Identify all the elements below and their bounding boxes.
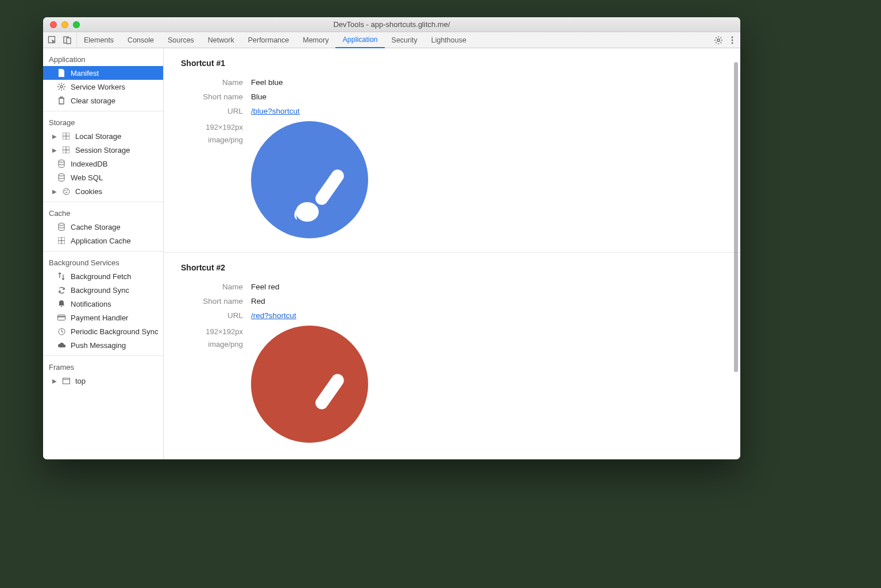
- svg-point-14: [732, 42, 733, 44]
- cloud-icon: [57, 341, 66, 350]
- devtools-tabbar: Elements Console Sources Network Perform…: [43, 32, 740, 48]
- svg-line-21: [63, 88, 64, 90]
- svg-point-34: [67, 189, 68, 191]
- tab-lighthouse[interactable]: Lighthouse: [424, 32, 473, 48]
- svg-point-13: [732, 39, 733, 41]
- sidebar-item-session-storage[interactable]: ▶ Session Storage: [43, 143, 163, 157]
- expand-arrow-icon: ▶: [52, 188, 57, 195]
- sidebar-item-payment-handler[interactable]: Payment Handler: [43, 311, 163, 324]
- sidebar-item-label: Clear storage: [71, 96, 115, 105]
- database-icon: [57, 222, 66, 231]
- svg-rect-48: [313, 372, 346, 412]
- sidebar-item-label: Application Cache: [71, 237, 131, 245]
- shortcut-icon-preview: [251, 326, 368, 443]
- tab-memory[interactable]: Memory: [296, 32, 335, 48]
- shortcut-name: Feel red: [251, 283, 280, 291]
- sidebar-item-top-frame[interactable]: ▶ top: [43, 374, 163, 388]
- sidebar-item-label: Cache Storage: [71, 223, 121, 231]
- trash-icon: [57, 96, 66, 105]
- shortcut-icon-preview: [251, 121, 368, 238]
- shortcut-heading: Shortcut #1: [181, 59, 723, 68]
- group-background-services: Background Services: [43, 255, 163, 269]
- svg-rect-44: [63, 378, 69, 384]
- tab-security[interactable]: Security: [385, 32, 424, 48]
- shortcut-section-1: Shortcut #1 NameFeel blue Short nameBlue…: [164, 48, 740, 253]
- sidebar-item-notifications[interactable]: Notifications: [43, 297, 163, 311]
- sidebar-item-label: Manifest: [71, 69, 99, 78]
- sidebar-item-label: Background Fetch: [71, 272, 132, 281]
- titlebar: DevTools - app-shortcuts.glitch.me/: [43, 17, 740, 32]
- application-sidebar: Application Manifest Service Workers Cle…: [43, 48, 164, 459]
- svg-point-33: [64, 190, 65, 191]
- svg-point-15: [60, 86, 63, 88]
- sidebar-item-label: Payment Handler: [71, 314, 128, 322]
- device-toggle-icon[interactable]: [63, 36, 72, 45]
- sidebar-item-label: Web SQL: [71, 173, 103, 182]
- svg-rect-2: [67, 38, 71, 44]
- sidebar-item-cache-storage[interactable]: Cache Storage: [43, 220, 163, 234]
- grid-icon: [61, 131, 71, 141]
- sidebar-item-background-sync[interactable]: Background Sync: [43, 283, 163, 297]
- settings-icon[interactable]: [714, 36, 723, 45]
- sidebar-item-label: top: [75, 377, 86, 385]
- shortcut-url-link[interactable]: /blue?shortcut: [251, 107, 300, 115]
- group-frames: Frames: [43, 359, 163, 374]
- inspect-icon[interactable]: [48, 36, 57, 45]
- field-label: URL: [181, 107, 251, 115]
- gear-icon: [57, 82, 66, 91]
- updown-icon: [57, 272, 66, 281]
- sidebar-item-periodic-background-sync[interactable]: Periodic Background Sync: [43, 324, 163, 338]
- grid-icon: [61, 145, 71, 154]
- database-icon: [57, 173, 66, 182]
- scrollbar[interactable]: [731, 51, 739, 457]
- sidebar-item-background-fetch[interactable]: Background Fetch: [43, 269, 163, 283]
- sidebar-item-websql[interactable]: Web SQL: [43, 171, 163, 184]
- svg-line-8: [716, 37, 717, 38]
- tab-application[interactable]: Application: [335, 32, 384, 48]
- tab-sources[interactable]: Sources: [161, 32, 201, 48]
- svg-point-12: [732, 36, 733, 38]
- sidebar-item-label: Background Sync: [71, 286, 129, 295]
- expand-arrow-icon: ▶: [52, 378, 57, 384]
- svg-line-9: [721, 42, 722, 43]
- sidebar-item-manifest[interactable]: Manifest: [43, 66, 163, 80]
- shortcut-url-link[interactable]: /red?shortcut: [251, 311, 296, 320]
- svg-line-10: [716, 42, 717, 43]
- shortcut-name: Feel blue: [251, 78, 283, 87]
- svg-point-47: [296, 202, 319, 222]
- clock-icon: [57, 327, 66, 336]
- svg-point-37: [59, 223, 64, 226]
- sidebar-item-local-storage[interactable]: ▶ Local Storage: [43, 129, 163, 143]
- sidebar-item-service-workers[interactable]: Service Workers: [43, 80, 163, 94]
- svg-line-22: [59, 88, 60, 90]
- sidebar-item-label: IndexedDB: [71, 160, 107, 168]
- frame-icon: [61, 376, 71, 385]
- tab-network[interactable]: Network: [201, 32, 241, 48]
- field-label: Name: [181, 78, 251, 87]
- expand-arrow-icon: ▶: [52, 133, 57, 140]
- sidebar-item-indexeddb[interactable]: IndexedDB: [43, 157, 163, 171]
- tab-elements[interactable]: Elements: [77, 32, 121, 48]
- sidebar-item-label: Session Storage: [75, 146, 130, 154]
- field-label: Short name: [181, 92, 251, 101]
- manifest-pane: Shortcut #1 NameFeel blue Short nameBlue…: [164, 48, 740, 459]
- icon-meta: 192×192px image/png: [181, 121, 251, 146]
- svg-line-23: [63, 84, 64, 85]
- svg-point-32: [63, 188, 69, 195]
- devtools-window: DevTools - app-shortcuts.glitch.me/ Elem…: [43, 17, 740, 459]
- tab-performance[interactable]: Performance: [241, 32, 296, 48]
- shortcut-section-2: Shortcut #2 NameFeel red Short nameRed U…: [164, 253, 740, 457]
- file-icon: [57, 68, 66, 78]
- sidebar-item-label: Service Workers: [71, 83, 125, 91]
- svg-point-35: [66, 192, 67, 193]
- sidebar-item-cookies[interactable]: ▶ Cookies: [43, 184, 163, 198]
- cookie-icon: [61, 187, 71, 196]
- sidebar-item-push-messaging[interactable]: Push Messaging: [43, 338, 163, 352]
- more-icon[interactable]: [731, 36, 733, 45]
- sidebar-item-label: Periodic Background Sync: [71, 327, 158, 336]
- svg-rect-41: [58, 315, 65, 320]
- sidebar-item-clear-storage[interactable]: Clear storage: [43, 94, 163, 107]
- expand-arrow-icon: ▶: [52, 147, 57, 153]
- sidebar-item-application-cache[interactable]: Application Cache: [43, 234, 163, 247]
- tab-console[interactable]: Console: [121, 32, 161, 48]
